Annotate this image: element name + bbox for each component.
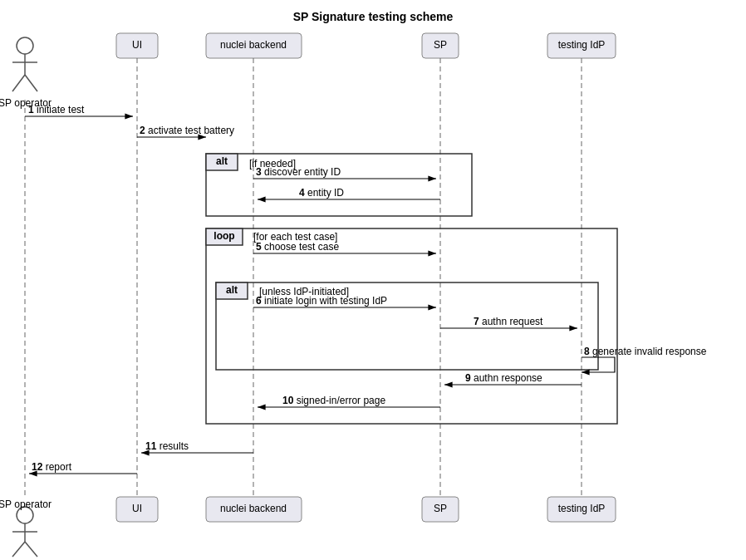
label-3: 3 discover entity ID (256, 166, 341, 178)
label-8: 8 generate invalid response (584, 346, 707, 357)
label-9: 9 authn response (465, 372, 542, 384)
alt-label-1: alt (216, 155, 228, 167)
sp-operator-leg-right-bottom (25, 542, 37, 557)
alt-fragment-1 (206, 154, 472, 216)
alt-label-2: alt (226, 284, 238, 296)
sequence-diagram: SP Signature testing scheme SP operator … (0, 0, 746, 560)
label-7: 7 authn request (474, 316, 543, 327)
label-4: 4 entity ID (299, 187, 344, 199)
label-2: 2 activate test battery (140, 125, 234, 136)
sp-operator-label-bottom: SP operator (0, 499, 52, 510)
label-11: 11 results (145, 440, 189, 452)
label-6: 6 initiate login with testing IdP (256, 295, 387, 307)
testing-idp-label-top: testing IdP (558, 39, 606, 51)
label-12: 12 report (32, 461, 72, 473)
sp-label-bottom: SP (434, 503, 447, 514)
sp-operator-leg-left-bottom (12, 542, 25, 557)
nuclei-label-bottom: nuclei backend (220, 503, 287, 514)
nuclei-label-top: nuclei backend (220, 39, 287, 51)
loop-label: loop (213, 230, 234, 242)
ui-label-bottom: UI (132, 503, 142, 514)
label-5: 5 choose test case (256, 241, 339, 253)
sp-operator-leg-right-top (25, 75, 37, 91)
label-10: 10 signed-in/error page (282, 395, 385, 406)
testing-idp-label-bottom: testing IdP (558, 503, 606, 514)
label-1: 1 initiate test (28, 104, 85, 115)
sp-operator-leg-left-top (12, 75, 25, 91)
sp-label-top: SP (434, 39, 447, 51)
sp-operator-head-top (17, 37, 33, 54)
ui-label-top: UI (132, 39, 142, 51)
loop-fragment (206, 228, 617, 424)
